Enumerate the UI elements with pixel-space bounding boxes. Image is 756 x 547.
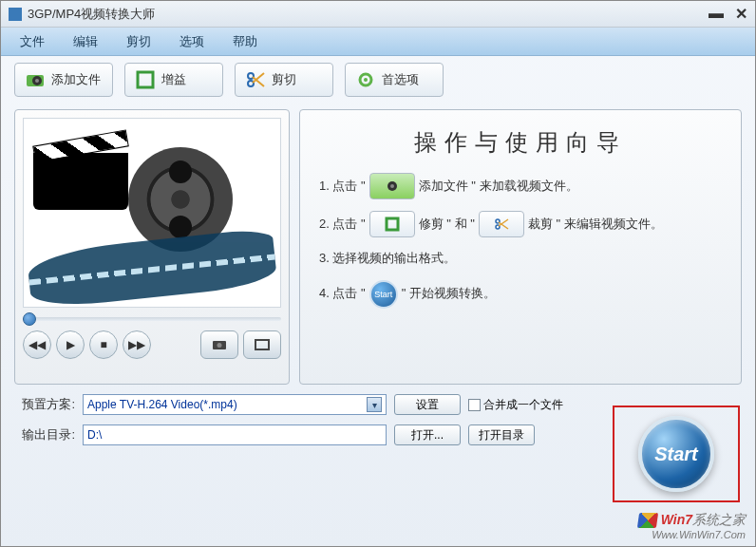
gear-icon xyxy=(355,69,376,90)
svg-rect-13 xyxy=(387,218,398,230)
add-file-label: 添加文件 xyxy=(51,71,101,88)
add-file-button[interactable]: 添加文件 xyxy=(14,63,113,97)
profile-label: 预置方案: xyxy=(20,396,75,413)
play-button[interactable]: ▶ xyxy=(56,330,85,359)
svg-point-12 xyxy=(390,184,394,188)
guide-step-3: 3. 选择视频的输出格式。 xyxy=(319,249,722,269)
open-button[interactable]: 打开... xyxy=(394,424,461,445)
frame-icon xyxy=(369,211,415,237)
film-strip-icon xyxy=(27,228,278,308)
guide-step-1: 1. 点击 " 添加文件 " 来加载视频文件。 xyxy=(319,173,722,199)
start-button[interactable]: Start xyxy=(638,416,714,492)
settings-button[interactable]: 设置 xyxy=(394,394,461,415)
guide-step-4: 4. 点击 " Start " 开始视频转换。 xyxy=(319,280,722,309)
guide-title: 操作与使用向导 xyxy=(319,127,722,158)
preview-image xyxy=(23,118,281,308)
snapshot-button[interactable] xyxy=(200,330,238,359)
folder-film-icon xyxy=(369,173,415,199)
toolbar: 添加文件 增益 剪切 首选项 xyxy=(1,56,755,104)
menu-file[interactable]: 文件 xyxy=(20,33,45,50)
output-dir-input[interactable] xyxy=(83,424,387,445)
svg-rect-3 xyxy=(138,72,153,87)
start-highlight-box: Start xyxy=(613,406,740,502)
expand-icon xyxy=(255,339,270,350)
windows-flag-icon xyxy=(637,513,658,528)
chevron-down-icon: ▾ xyxy=(367,397,382,412)
gain-button[interactable]: 增益 xyxy=(124,63,223,97)
app-icon xyxy=(9,8,22,21)
open-dir-button[interactable]: 打开目录 xyxy=(468,424,535,445)
menu-cut[interactable]: 剪切 xyxy=(126,33,151,50)
merge-label: 合并成一个文件 xyxy=(483,397,563,413)
stop-button[interactable]: ■ xyxy=(89,330,118,359)
profile-value: Apple TV-H.264 Video(*.mp4) xyxy=(87,398,237,411)
menubar: 文件 编辑 剪切 选项 帮助 xyxy=(1,28,755,56)
menu-help[interactable]: 帮助 xyxy=(233,33,257,50)
guide-panel: 操作与使用向导 1. 点击 " 添加文件 " 来加载视频文件。 2. 点击 " … xyxy=(299,109,742,385)
folder-film-icon xyxy=(25,69,46,90)
start-badge-icon: Start xyxy=(369,280,398,309)
prefs-label: 首选项 xyxy=(382,71,419,88)
svg-rect-10 xyxy=(255,340,269,349)
prefs-button[interactable]: 首选项 xyxy=(345,63,444,97)
scissors-icon xyxy=(245,69,266,90)
scissors-icon xyxy=(479,211,524,237)
profile-select[interactable]: Apple TV-H.264 Video(*.mp4) ▾ xyxy=(83,394,387,415)
minimize-button[interactable]: ▬ xyxy=(709,5,724,23)
preview-panel: ◀◀ ▶ ■ ▶▶ xyxy=(14,109,290,385)
svg-point-7 xyxy=(364,78,368,82)
menu-options[interactable]: 选项 xyxy=(180,33,204,50)
titlebar: 3GP/MP4视频转换大师 ▬ ✕ xyxy=(1,1,755,28)
watermark: Win7系统之家 Www.WinWin7.Com xyxy=(638,512,746,540)
close-button[interactable]: ✕ xyxy=(735,5,747,23)
svg-point-2 xyxy=(35,79,39,83)
rewind-button[interactable]: ◀◀ xyxy=(23,330,51,359)
gain-label: 增益 xyxy=(161,71,186,88)
output-label: 输出目录: xyxy=(20,426,75,443)
svg-point-9 xyxy=(217,343,222,348)
fullscreen-button[interactable] xyxy=(243,330,281,359)
menu-edit[interactable]: 编辑 xyxy=(73,33,98,50)
merge-checkbox[interactable] xyxy=(468,399,481,411)
cut-label: 剪切 xyxy=(272,71,296,88)
seek-slider[interactable] xyxy=(23,317,281,321)
window-title: 3GP/MP4视频转换大师 xyxy=(28,6,155,23)
guide-step-2: 2. 点击 " 修剪 " 和 " 裁剪 " 来编辑视频文件。 xyxy=(319,211,722,237)
cut-button[interactable]: 剪切 xyxy=(235,63,333,97)
player-controls: ◀◀ ▶ ■ ▶▶ xyxy=(23,330,281,359)
camera-icon xyxy=(212,339,227,350)
forward-button[interactable]: ▶▶ xyxy=(123,330,151,359)
frame-icon xyxy=(135,69,156,90)
